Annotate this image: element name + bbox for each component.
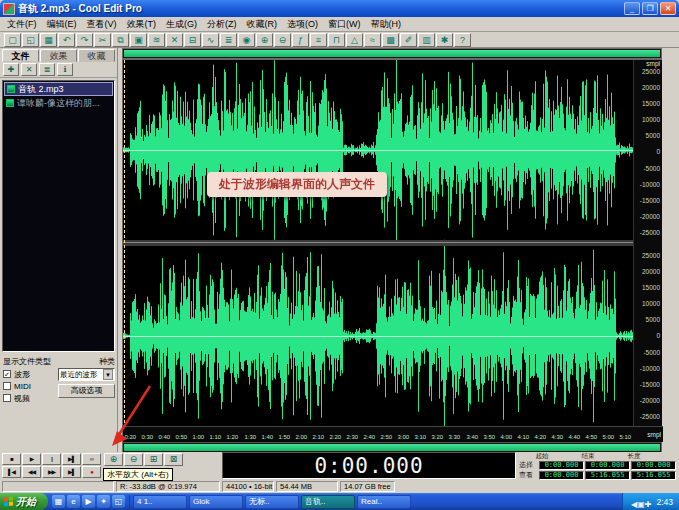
chevron-down-icon[interactable]: ▼ xyxy=(103,369,113,380)
time-value-field[interactable]: 0:00.000 xyxy=(631,461,676,470)
effects-rack-button[interactable]: ƒ xyxy=(292,33,309,47)
task-button[interactable]: 4 1.. xyxy=(133,495,187,509)
menu-item[interactable]: 编辑(E) xyxy=(42,17,82,32)
time-value-field[interactable]: 0:00.000 xyxy=(539,471,584,480)
multitrack-view-button[interactable]: ≣ xyxy=(220,33,237,47)
maximize-button[interactable]: ❐ xyxy=(642,2,658,15)
delete-button[interactable]: ✕ xyxy=(166,33,183,47)
amplify-button[interactable]: △ xyxy=(346,33,363,47)
rewind-button[interactable]: ◀◀ xyxy=(22,466,41,478)
checkbox[interactable] xyxy=(3,370,11,378)
time-value-field[interactable]: 0:00.000 xyxy=(539,461,584,470)
menu-item[interactable]: 帮助(H) xyxy=(366,17,407,32)
media-player-icon[interactable]: ▶ xyxy=(82,495,95,508)
close-button[interactable]: ✕ xyxy=(660,2,676,15)
file-type-row[interactable]: 视频 xyxy=(3,392,55,404)
go-to-end-button[interactable]: ▶▌ xyxy=(62,466,81,478)
antivirus-icon[interactable]: ✚ xyxy=(645,500,652,509)
redo-button[interactable]: ↷ xyxy=(76,33,93,47)
convert-sample-type-button[interactable]: ∿ xyxy=(202,33,219,47)
play-button[interactable]: ▶ xyxy=(22,453,41,465)
monitor-record-level-button[interactable]: ▥ xyxy=(418,33,435,47)
file-type-row[interactable]: MIDI xyxy=(3,380,55,392)
task-button[interactable]: 音轨.. xyxy=(301,495,355,509)
minimize-button[interactable]: _ xyxy=(624,2,640,15)
folder-icon[interactable]: ◱ xyxy=(112,495,125,508)
close-file-button[interactable]: ✕ xyxy=(21,63,37,76)
advanced-options-button[interactable]: 高级选项 xyxy=(58,384,115,398)
loop-play-button[interactable]: ∞ xyxy=(82,453,101,465)
task-button[interactable]: Glok xyxy=(189,495,243,509)
horizontal-zoom-scrollbar[interactable] xyxy=(123,442,661,452)
zoom-selection-button[interactable]: ⊠ xyxy=(164,453,183,466)
menu-item[interactable]: 分析(Z) xyxy=(202,17,242,32)
script-button[interactable]: ✐ xyxy=(400,33,417,47)
copy-button[interactable]: ⧉ xyxy=(112,33,129,47)
ruler-tick-label: -15000 xyxy=(634,381,660,388)
zoom-out-button[interactable]: ⊖ xyxy=(124,453,143,466)
overview-bar[interactable] xyxy=(124,50,660,57)
cut-button[interactable]: ✂ xyxy=(94,33,111,47)
normalize-button[interactable]: ⊓ xyxy=(328,33,345,47)
stop-button[interactable]: ■ xyxy=(2,453,21,465)
help-button[interactable]: ? xyxy=(454,33,471,47)
open-file-button[interactable]: ◱ xyxy=(22,33,39,47)
cd-burn-button[interactable]: ◉ xyxy=(238,33,255,47)
display-icon[interactable]: ▣ xyxy=(637,500,645,509)
file-properties-button[interactable]: ℹ xyxy=(57,63,73,76)
menu-item[interactable]: 文件(F) xyxy=(2,17,42,32)
fast-forward-button[interactable]: ▶▶ xyxy=(42,466,61,478)
start-button[interactable]: 开始 xyxy=(0,493,48,510)
menu-item[interactable]: 收藏(R) xyxy=(242,17,283,32)
file-list[interactable]: 音轨 2.mp3 谭咏麟-像这样的朋... xyxy=(2,80,115,352)
spectral-view-button[interactable]: ▩ xyxy=(382,33,399,47)
time-value-field[interactable]: 5:16.055 xyxy=(631,471,676,480)
time-tick-label: 4:20 xyxy=(534,433,546,439)
file-list-item[interactable]: 音轨 2.mp3 xyxy=(4,82,113,96)
msn-icon[interactable]: ✦ xyxy=(97,495,110,508)
organizer-tab[interactable]: 文件 xyxy=(2,49,39,62)
menu-item[interactable]: 效果(T) xyxy=(122,17,162,32)
undo-button[interactable]: ↶ xyxy=(58,33,75,47)
play-to-end-button[interactable]: ▶▌ xyxy=(62,453,81,465)
horizontal-overview-scrollbar[interactable] xyxy=(122,48,662,59)
checkbox[interactable] xyxy=(3,394,11,402)
menu-item[interactable]: 查看(V) xyxy=(82,17,122,32)
organizer-tab[interactable]: 收藏 xyxy=(78,49,115,62)
ie-icon[interactable]: e xyxy=(67,495,80,508)
menu-item[interactable]: 窗口(W) xyxy=(323,17,366,32)
zoom-full-button[interactable]: ⊞ xyxy=(144,453,163,466)
new-file-button[interactable]: ▢ xyxy=(4,33,21,47)
save-file-button[interactable]: ▦ xyxy=(40,33,57,47)
go-to-start-button[interactable]: ▌◀ xyxy=(2,466,21,478)
checkbox[interactable] xyxy=(3,382,11,390)
task-button[interactable]: 无标.. xyxy=(245,495,299,509)
import-file-button[interactable]: ✚ xyxy=(3,63,19,76)
menu-item[interactable]: 生成(G) xyxy=(161,17,202,32)
record-button[interactable]: ● xyxy=(82,466,101,478)
time-ruler[interactable]: 0:200:300:400:501:001:101:201:301:401:50… xyxy=(123,426,633,442)
zoom-out-horizontal-button[interactable]: ⊖ xyxy=(274,33,291,47)
waveform-canvas[interactable] xyxy=(123,60,633,426)
overview-bar[interactable] xyxy=(124,444,660,451)
sort-dropdown[interactable]: 最近的波形 ▼ xyxy=(58,368,115,381)
task-button[interactable]: Real.. xyxy=(357,495,411,509)
file-list-item[interactable]: 谭咏麟-像这样的朋... xyxy=(4,96,113,110)
zoom-in-horizontal-button[interactable]: ⊕ xyxy=(256,33,273,47)
file-type-row[interactable]: 波形 xyxy=(3,368,55,380)
organizer-tab[interactable]: 效果 xyxy=(40,49,77,62)
eq-button[interactable]: ≡ xyxy=(310,33,327,47)
options-button[interactable]: ✱ xyxy=(436,33,453,47)
amplitude-ruler[interactable]: smpl 2500020000150001000050000-5000-1000… xyxy=(633,60,662,426)
mix-paste-button[interactable]: ≋ xyxy=(148,33,165,47)
zoom-in-button[interactable]: ⊕ xyxy=(104,453,123,466)
trim-button[interactable]: ⊟ xyxy=(184,33,201,47)
paste-button[interactable]: ▣ xyxy=(130,33,147,47)
menu-item[interactable]: 选项(O) xyxy=(282,17,323,32)
insert-to-multitrack-button[interactable]: ≣ xyxy=(39,63,55,76)
time-value-field[interactable]: 5:16.055 xyxy=(585,471,630,480)
noise-reduction-button[interactable]: ≈ xyxy=(364,33,381,47)
show-desktop-icon[interactable]: ▦ xyxy=(52,495,65,508)
time-value-field[interactable]: 0:00.000 xyxy=(585,461,630,470)
pause-button[interactable]: || xyxy=(42,453,61,465)
